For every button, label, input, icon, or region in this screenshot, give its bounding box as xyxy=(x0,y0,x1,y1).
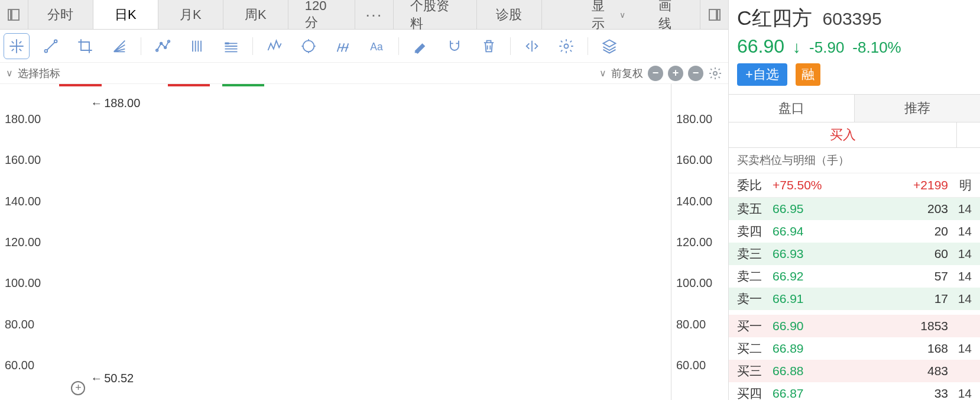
buy-button[interactable]: 买入 xyxy=(729,122,956,147)
margin-badge[interactable]: 融 xyxy=(796,63,820,86)
ask-row-5[interactable]: 卖五66.9520314 xyxy=(729,198,980,220)
annot-low: ←50.52 xyxy=(90,372,134,385)
magnet-tool[interactable] xyxy=(442,33,468,59)
stock-code: 603395 xyxy=(823,9,882,29)
trendline-tool[interactable] xyxy=(38,33,64,59)
candlestick-chart[interactable]: 180.00 160.00 140.00 120.00 100.00 80.00… xyxy=(0,84,728,400)
stock-name: C红四方 xyxy=(737,5,812,32)
weibi-extra: 明 xyxy=(948,177,972,193)
draw-menu[interactable]: 画线 xyxy=(642,0,700,29)
chevron-down-icon: ∨ xyxy=(6,67,13,79)
select-indicator[interactable]: 选择指标 xyxy=(18,66,60,80)
y-axis-right: 180.00 160.00 140.00 120.00 100.00 80.00… xyxy=(676,84,728,400)
tab-time[interactable]: 分时 xyxy=(28,0,93,29)
svg-text:Aa: Aa xyxy=(370,41,383,53)
bid-row-2[interactable]: 买二66.8916814 xyxy=(729,337,980,360)
y-axis-left: 180.00 160.00 140.00 120.00 100.00 80.00… xyxy=(5,84,52,400)
left-panel-toggle[interactable] xyxy=(0,0,28,29)
stock-change-pct: -8.10% xyxy=(852,38,901,57)
ask-row-2[interactable]: 卖二66.925714 xyxy=(729,265,980,288)
stock-price: 66.90 xyxy=(737,36,784,57)
svg-point-8 xyxy=(564,44,569,48)
tab-pankou[interactable]: 盘口 xyxy=(729,95,855,122)
ask-row-4[interactable]: 卖四66.942014 xyxy=(729,220,980,243)
panel-right-icon xyxy=(709,9,721,21)
minus-button[interactable]: − xyxy=(688,66,703,81)
chevron-down-icon: ∨ xyxy=(599,67,606,79)
add-favorite-button[interactable]: +自选 xyxy=(737,63,787,86)
settings-tool[interactable] xyxy=(553,33,579,59)
crosshair-tool[interactable] xyxy=(4,33,30,59)
bid-rows: 买一66.901853 买二66.8916814 买三66.88483 买四66… xyxy=(729,315,980,400)
candles-area: ←188.00 ←50.52 + xyxy=(59,84,663,400)
down-arrow-icon: ↓ xyxy=(793,38,801,57)
polyline-tool[interactable] xyxy=(150,33,176,59)
bid-row-1[interactable]: 买一66.901853 xyxy=(729,315,980,337)
stock-change-abs: -5.90 xyxy=(809,38,844,57)
ask-row-3[interactable]: 卖三66.936014 xyxy=(729,243,980,265)
tab-recommend[interactable]: 推荐 xyxy=(855,95,980,122)
zoom-in-button[interactable]: + xyxy=(668,66,683,81)
tab-diagnosis[interactable]: 诊股 xyxy=(477,0,542,29)
quote-panel: C红四方 603395 66.90↓ -5.90 -8.10% +自选 融 盘口… xyxy=(729,0,980,400)
weibi-diff: +2199 xyxy=(883,178,948,192)
annot-high: ←188.00 xyxy=(90,96,140,110)
panel-left-icon xyxy=(8,9,20,21)
bid-row-3[interactable]: 买三66.88483 xyxy=(729,360,980,382)
ask-row-1[interactable]: 卖一66.911714 xyxy=(729,288,980,310)
expand-tool[interactable] xyxy=(519,33,545,59)
svg-point-6 xyxy=(303,40,314,51)
crosshair-marker-icon: + xyxy=(71,381,85,395)
gear-icon[interactable] xyxy=(708,66,722,80)
buy-row-extra[interactable] xyxy=(956,122,980,147)
timeframe-tabbar: 分时 日K 月K 周K 120分 ··· 个股资料 诊股 显示 ∨ 画线 xyxy=(0,0,728,30)
ask-rows: 卖五66.9520314 卖四66.942014 卖三66.936014 卖二6… xyxy=(729,198,980,310)
brush-tool[interactable] xyxy=(330,33,356,59)
right-panel-toggle[interactable] xyxy=(700,0,728,29)
svg-point-1 xyxy=(54,40,57,43)
orderbook-header: 买卖档位与明细（手） xyxy=(729,148,980,173)
hline-tool[interactable] xyxy=(218,33,244,59)
weibi-pct: +75.50% xyxy=(773,178,883,192)
weibi-row: 委比 +75.50% +2199 明 xyxy=(729,173,980,198)
adjustment-mode[interactable]: 前复权 xyxy=(611,66,643,80)
marker-tool[interactable] xyxy=(407,33,433,59)
zoom-out-button[interactable]: − xyxy=(648,66,663,81)
fan-tool[interactable] xyxy=(106,33,132,59)
bid-row-4[interactable]: 买四66.873314 xyxy=(729,382,980,400)
svg-point-9 xyxy=(713,72,717,75)
parallel-lines-tool[interactable] xyxy=(184,33,210,59)
tab-day-k[interactable]: 日K xyxy=(93,0,158,29)
tab-month-k[interactable]: 月K xyxy=(158,0,223,29)
tab-week-k[interactable]: 周K xyxy=(223,0,288,29)
drawing-toolbar: Aa xyxy=(0,30,728,63)
tab-120min[interactable]: 120分 xyxy=(288,0,355,29)
crop-tool[interactable] xyxy=(72,33,98,59)
layers-tool[interactable] xyxy=(596,33,622,59)
display-menu[interactable]: 显示 ∨ xyxy=(575,0,642,29)
zigzag-tool[interactable] xyxy=(261,33,287,59)
indicator-bar: ∨ 选择指标 ∨ 前复权 − + − xyxy=(0,63,728,84)
circle-tool[interactable] xyxy=(296,33,322,59)
svg-point-0 xyxy=(45,49,48,52)
delete-tool[interactable] xyxy=(476,33,502,59)
text-tool[interactable]: Aa xyxy=(364,33,390,59)
tab-more[interactable]: ··· xyxy=(355,0,394,29)
tab-stock-info[interactable]: 个股资料 xyxy=(394,0,477,29)
